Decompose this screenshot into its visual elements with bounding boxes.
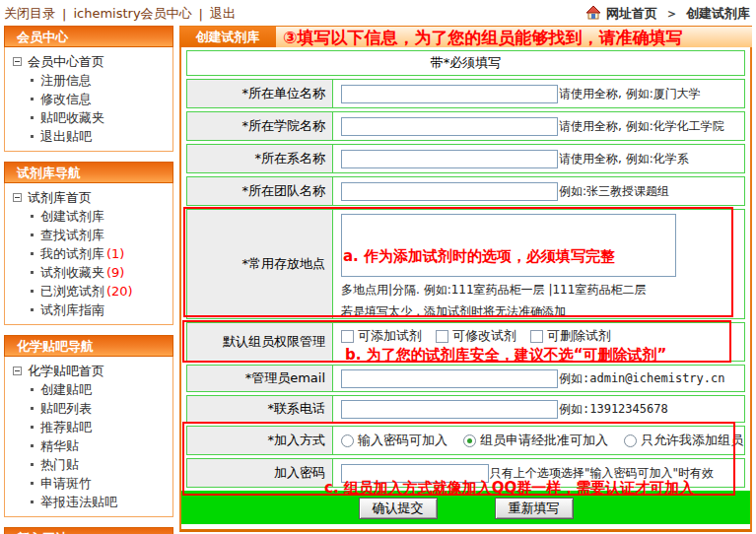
sidebar-item-apply-moderator[interactable]: 申请斑竹	[5, 474, 171, 493]
sidebar-item-reagent-guide[interactable]: 试剂库指南	[5, 300, 171, 319]
sidebar-item-hot-posts[interactable]: 热门贴	[5, 455, 171, 474]
section-title-forum: 化学贴吧导航	[4, 335, 173, 357]
bullet-icon	[31, 482, 34, 485]
sidebar-item-report-illegal[interactable]: 举报违法贴吧	[5, 493, 171, 511]
team-name-input[interactable]	[341, 182, 558, 201]
divider	[62, 7, 66, 22]
main-content: 创建试剂库 ③填写以下信息，为了您的组员能够找到，请准确填写 带*必须填写 *所…	[179, 26, 752, 534]
required-note: 带*必须填写	[431, 54, 502, 72]
join-by-password-radio[interactable]	[341, 434, 354, 447]
perm-delete-option[interactable]: 可删除试剂	[530, 327, 611, 345]
logout-link[interactable]: 退出	[210, 5, 236, 23]
sidebar-item-forum-home[interactable]: 化学贴吧首页	[5, 362, 171, 380]
unit-name-hint: 请使用全称, 例如:厦门大学	[559, 86, 701, 102]
admin-email-row: *管理员email 例如:admin@ichemistry.cn	[186, 365, 745, 392]
sidebar-section-member: 会员中心 会员中心首页 注册信息 修改信息 贴吧收藏夹 退出贴吧	[4, 26, 173, 152]
annotation-b: b. 为了您的试剂库安全，建议不选“可删除试剂”	[345, 346, 744, 365]
admin-email-input[interactable]	[341, 369, 558, 388]
join-owner-only-radio[interactable]	[624, 434, 637, 447]
collapse-icon[interactable]	[13, 367, 22, 375]
home-icon	[585, 5, 601, 23]
breadcrumb-home-link[interactable]: 网址首页	[606, 5, 657, 23]
college-name-label: *所在学院名称	[187, 112, 333, 140]
breadcrumb: 网址首页 ＞ 创建试剂库	[585, 5, 750, 23]
bullet-icon	[31, 388, 34, 391]
confirm-submit-button[interactable]: 确认提交	[359, 498, 438, 519]
top-links: 关闭目录ichemistry会员中心退出	[4, 5, 236, 23]
college-name-hint: 请使用全称, 例如:化学化工学院	[559, 118, 724, 135]
close-directory-link[interactable]: 关闭目录	[4, 5, 55, 23]
department-name-label: *所在系名称	[187, 145, 333, 172]
sidebar: 会员中心 会员中心首页 注册信息 修改信息 贴吧收藏夹 退出贴吧 试剂库导航 试…	[4, 26, 173, 534]
page-title-tab: 创建试剂库	[179, 27, 276, 47]
team-name-label: *所在团队名称	[187, 177, 333, 205]
sidebar-item-member-home[interactable]: 会员中心首页	[5, 52, 171, 71]
admin-email-hint: 例如:admin@ichemistry.cn	[559, 370, 725, 387]
storage-note-1: 多地点用|分隔. 例如:111室药品柜一层 |111室药品柜二层	[341, 282, 744, 298]
sidebar-item-viewed-reagents[interactable]: 已浏览试剂(20)	[5, 282, 171, 300]
collapse-icon[interactable]	[13, 57, 22, 66]
count-badge: (1)	[106, 244, 124, 263]
storage-location-textarea[interactable]	[341, 214, 676, 277]
sidebar-item-register-info[interactable]: 注册信息	[5, 71, 171, 90]
bullet-icon	[31, 463, 34, 466]
member-center-link[interactable]: ichemistry会员中心	[73, 5, 191, 23]
sidebar-item-find-reagent-lib[interactable]: 查找试剂库	[5, 226, 171, 244]
bullet-icon	[31, 234, 34, 236]
storage-annotated-block: *常用存放地点 a. 作为添加试剂时的选项，必须填写完整 多地点用|分隔. 例如…	[186, 209, 745, 319]
top-bar: 关闭目录ichemistry会员中心退出 网址首页 ＞ 创建试剂库	[0, 0, 756, 26]
bullet-icon	[31, 290, 34, 293]
bullet-icon	[31, 444, 34, 447]
college-name-input[interactable]	[341, 117, 558, 136]
contact-phone-row: *联系电话 例如:13912345678	[186, 395, 745, 423]
department-name-input[interactable]	[341, 150, 558, 168]
reset-form-button[interactable]: 重新填写	[495, 498, 574, 519]
sidebar-item-forum-favorites[interactable]: 贴吧收藏夹	[5, 108, 171, 127]
annotation-c: c. 组员加入方式就像加入QQ群一样，需要认证才可加入	[324, 479, 694, 498]
section-title-top10: 新入网站Top10	[4, 527, 173, 534]
unit-name-label: *所在单位名称	[187, 80, 333, 107]
contact-phone-hint: 例如:13912345678	[559, 401, 668, 418]
sidebar-item-my-reagent-lib[interactable]: 我的试剂库(1)	[5, 244, 171, 263]
perm-delete-checkbox[interactable]	[530, 330, 543, 343]
join-password-label: 加入密码	[187, 459, 333, 487]
join-by-approval-option[interactable]: 组员申请经批准可加入	[463, 432, 608, 449]
join-annotated-block: *加入方式 输入密码可加入 组员申请经批准可加入 只允许我添加组员 加入密码 只…	[186, 426, 745, 488]
bullet-icon	[31, 426, 34, 429]
join-method-label: *加入方式	[187, 427, 333, 454]
sidebar-item-featured-posts[interactable]: 精华贴	[5, 436, 171, 455]
join-owner-only-option[interactable]: 只允许我添加组员	[624, 432, 743, 449]
perm-add-option[interactable]: 可添加试剂	[341, 327, 422, 345]
perm-edit-checkbox[interactable]	[436, 330, 448, 343]
count-badge: (20)	[106, 282, 133, 300]
sidebar-item-edit-info[interactable]: 修改信息	[5, 90, 171, 108]
perm-add-checkbox[interactable]	[341, 330, 354, 343]
bullet-icon	[31, 98, 34, 100]
bullet-icon	[31, 135, 34, 138]
bullet-icon	[31, 252, 34, 255]
admin-email-label: *管理员email	[187, 366, 333, 391]
bullet-icon	[31, 116, 34, 119]
join-by-approval-radio[interactable]	[463, 434, 476, 447]
sidebar-item-forum-list[interactable]: 贴吧列表	[5, 399, 171, 418]
unit-name-input[interactable]	[341, 85, 558, 103]
unit-name-row: *所在单位名称 请使用全称, 例如:厦门大学	[186, 79, 745, 108]
perm-edit-option[interactable]: 可修改试剂	[436, 327, 516, 345]
sidebar-item-reagent-favorites[interactable]: 试剂收藏夹(9)	[5, 263, 171, 282]
sidebar-section-forum: 化学贴吧导航 化学贴吧首页 创建贴吧 贴吧列表 推荐贴吧 精华贴 热门贴 申请斑…	[4, 335, 173, 517]
collapse-icon[interactable]	[13, 193, 22, 202]
contact-phone-label: *联系电话	[187, 396, 333, 422]
contact-phone-input[interactable]	[341, 400, 558, 419]
bullet-icon	[31, 271, 34, 274]
main-header: 创建试剂库 ③填写以下信息，为了您的组员能够找到，请准确填写	[179, 26, 752, 47]
permissions-row: 默认组员权限管理 可添加试剂 可修改试剂 可删除试剂 b. 为了您的试剂库安全，…	[186, 322, 745, 362]
sidebar-item-create-reagent-lib[interactable]: 创建试剂库	[5, 207, 171, 226]
department-name-hint: 请使用全称, 例如:化学系	[559, 151, 689, 167]
sidebar-item-exit-forum[interactable]: 退出贴吧	[5, 127, 171, 146]
sidebar-item-recommended-forums[interactable]: 推荐贴吧	[5, 418, 171, 436]
sidebar-item-create-forum[interactable]: 创建贴吧	[5, 380, 171, 399]
sidebar-item-reagent-home[interactable]: 试剂库首页	[5, 188, 171, 207]
required-note-row: 带*必须填写	[186, 50, 745, 76]
count-badge: (9)	[106, 263, 124, 282]
join-by-password-option[interactable]: 输入密码可加入	[341, 432, 447, 449]
